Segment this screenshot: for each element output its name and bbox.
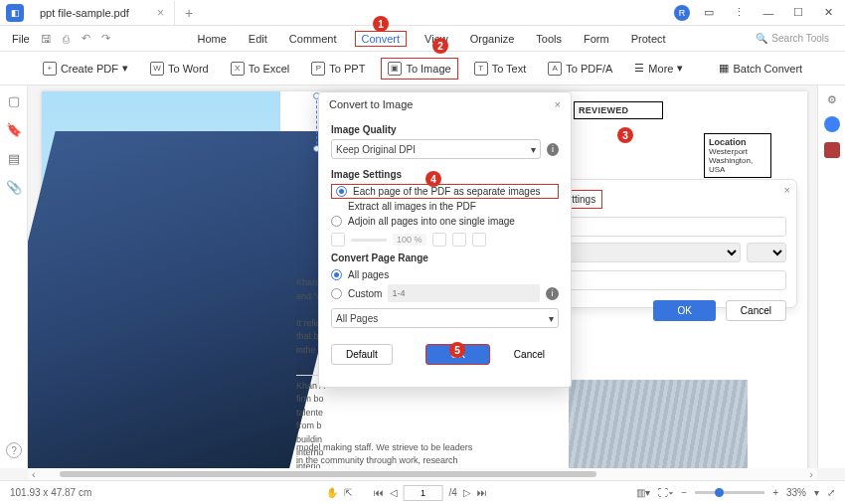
close-window-button[interactable]: ✕: [817, 2, 839, 24]
slider-track[interactable]: [351, 239, 387, 242]
search-tools[interactable]: 🔍 Search Tools: [756, 33, 839, 44]
first-page-icon[interactable]: ⏮: [374, 487, 384, 498]
add-tab-button[interactable]: +: [175, 5, 203, 21]
zoom-slider[interactable]: [695, 491, 764, 494]
opt-each-page[interactable]: Each page of the PDF as separate images: [331, 184, 559, 199]
radio-icon[interactable]: [336, 186, 347, 197]
create-pdf-button[interactable]: +Create PDF▾: [37, 59, 134, 79]
settings-input[interactable]: [540, 217, 786, 237]
info-icon[interactable]: i: [547, 143, 559, 156]
info-icon[interactable]: i: [546, 287, 559, 300]
close-icon[interactable]: ×: [555, 98, 561, 110]
present-icon[interactable]: ▭: [698, 2, 720, 24]
fit-page-icon[interactable]: ⛶▾: [658, 487, 673, 498]
bookmark-icon[interactable]: 🔖: [6, 122, 22, 137]
more-button[interactable]: ☰More▾: [628, 59, 689, 78]
opt-adjoin[interactable]: Adjoin all pages into one single image: [331, 214, 559, 229]
grid-icon: [331, 233, 345, 247]
pages-select[interactable]: All Pages ▾: [331, 308, 559, 328]
horizontal-scrollbar[interactable]: ‹ ›: [28, 468, 817, 480]
to-excel-button[interactable]: XTo Excel: [225, 59, 296, 79]
help-icon[interactable]: ?: [6, 442, 22, 458]
batch-convert-button[interactable]: ▦Batch Convert: [713, 59, 808, 78]
batch-icon: ▦: [719, 62, 729, 75]
print-icon[interactable]: ⎙: [58, 30, 76, 48]
maximize-button[interactable]: ☐: [787, 2, 809, 24]
undo-icon[interactable]: ↶: [78, 30, 95, 48]
cancel-button[interactable]: Cancel: [500, 344, 559, 365]
file-menu[interactable]: File: [6, 33, 36, 45]
custom-range-input[interactable]: [388, 284, 540, 302]
radio-icon[interactable]: [331, 288, 342, 299]
to-pdfa-label: To PDF/A: [566, 63, 612, 75]
search-placeholder: Search Tools: [771, 33, 829, 44]
save-icon[interactable]: 🖫: [38, 30, 56, 48]
zoom-out-icon[interactable]: −: [681, 487, 687, 498]
to-text-button[interactable]: TTo Text: [468, 59, 533, 79]
menu-convert[interactable]: Convert: [355, 31, 408, 47]
last-page-icon[interactable]: ⏭: [477, 487, 487, 498]
app-icon: ◧: [6, 4, 24, 22]
thumbnail-icon[interactable]: ▢: [8, 93, 20, 108]
aspect-icon: [432, 233, 446, 247]
menu-organize[interactable]: Organize: [466, 31, 519, 47]
image-quality-select[interactable]: Keep Original DPI ▾: [331, 139, 541, 159]
convert-toolbar: +Create PDF▾ WTo Word XTo Excel PTo PPT …: [0, 52, 845, 85]
scroll-thumb[interactable]: [60, 471, 596, 477]
menu-comment[interactable]: Comment: [285, 31, 341, 47]
screen-icon: [472, 233, 486, 247]
settings-select-2[interactable]: [747, 243, 786, 262]
prev-page-icon[interactable]: ◁: [390, 487, 398, 498]
opt-all-label: All pages: [348, 269, 389, 280]
zoom-in-icon[interactable]: +: [772, 487, 778, 498]
opt-custom[interactable]: Custom i: [331, 282, 559, 304]
settings-input-2[interactable]: [540, 270, 786, 290]
aspect2-icon: [452, 233, 466, 247]
opt-extract[interactable]: Extract all images in the PDF: [331, 199, 559, 214]
layers-icon[interactable]: ▤: [8, 151, 20, 166]
to-image-button[interactable]: ▣To Image: [381, 58, 457, 80]
select-tool-icon[interactable]: ⇱: [344, 487, 352, 498]
menu-edit[interactable]: Edit: [245, 31, 271, 47]
chevron-down-icon: ▾: [549, 313, 554, 324]
radio-icon[interactable]: [331, 269, 342, 280]
image-icon: ▣: [388, 62, 402, 76]
settings-slider-icon[interactable]: ⚙: [827, 93, 837, 106]
default-button[interactable]: Default: [331, 344, 393, 365]
menu-tools[interactable]: Tools: [532, 31, 566, 47]
page-range-title: Convert Page Range: [331, 252, 559, 263]
right-sidebar: ⚙: [817, 85, 845, 468]
next-page-icon[interactable]: ▷: [463, 487, 471, 498]
panel-ok-button[interactable]: OK: [653, 300, 715, 321]
translate-tool-icon[interactable]: [824, 142, 840, 158]
panel-cancel-button[interactable]: Cancel: [726, 300, 786, 321]
ai-tool-icon[interactable]: [824, 116, 840, 132]
menu-form[interactable]: Form: [580, 31, 613, 47]
more-label: More: [648, 63, 673, 75]
fullscreen-icon[interactable]: ⤢: [827, 487, 835, 498]
scroll-left-icon[interactable]: ‹: [28, 468, 40, 480]
chevron-down-icon[interactable]: ▾: [814, 487, 819, 498]
minimize-button[interactable]: —: [758, 2, 779, 24]
page-input[interactable]: [404, 485, 443, 501]
menu-protect[interactable]: Protect: [627, 31, 670, 47]
hand-tool-icon[interactable]: ✋: [326, 487, 338, 498]
batch-label: Batch Convert: [733, 63, 802, 75]
attachment-icon[interactable]: 📎: [6, 180, 22, 195]
to-pdfa-button[interactable]: ATo PDF/A: [542, 59, 618, 79]
zoom-value: 33%: [786, 487, 806, 498]
radio-icon[interactable]: [331, 216, 342, 227]
view-mode-icon[interactable]: ▥▾: [636, 487, 650, 498]
document-tab[interactable]: ppt file-sample.pdf ×: [30, 1, 175, 25]
opt-all-pages[interactable]: All pages: [331, 267, 559, 282]
avatar[interactable]: R: [674, 5, 690, 21]
redo-icon[interactable]: ↷: [97, 30, 115, 48]
scroll-right-icon[interactable]: ›: [805, 468, 817, 480]
close-icon[interactable]: ×: [784, 184, 790, 196]
to-word-button[interactable]: WTo Word: [144, 59, 215, 79]
menu-home[interactable]: Home: [194, 31, 231, 47]
to-ppt-button[interactable]: PTo PPT: [305, 59, 371, 79]
close-tab-icon[interactable]: ×: [157, 6, 164, 20]
text-icon: T: [474, 62, 488, 76]
kebab-icon[interactable]: ⋮: [728, 2, 750, 24]
